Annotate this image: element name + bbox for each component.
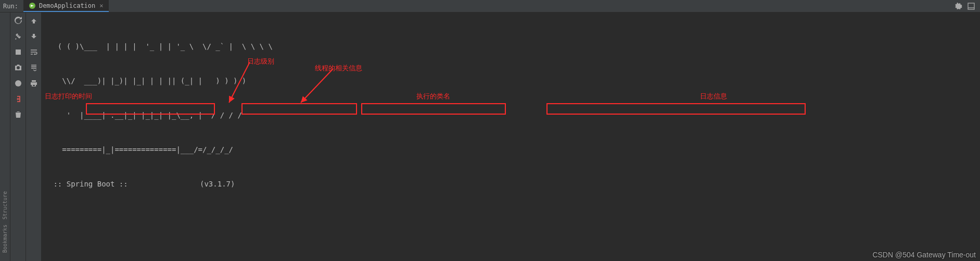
svg-rect-3 (16, 49, 21, 55)
banner-line: \\/ ___)| |_)| |_| | | || (_| | ) ) ) ) (49, 75, 973, 86)
console-output[interactable]: ( ( )\___ | | | | '_ | | '_ \ \/ _` | \ … (42, 13, 980, 261)
close-icon[interactable]: × (99, 2, 103, 9)
banner-line: =========|_|==============|___/=/_/_/_/ (49, 144, 973, 155)
spring-boot-line: :: Spring Boot :: (v3.1.7) (49, 178, 973, 190)
side-structure[interactable]: Structure (2, 191, 8, 219)
run-gutter-right (26, 13, 42, 261)
softwrap-icon[interactable] (29, 47, 39, 57)
banner-line: ( ( )\___ | | | | '_ | | '_ \ \/ _` | \ … (49, 41, 973, 52)
camera-icon[interactable] (13, 63, 23, 73)
gear-icon[interactable] (954, 2, 962, 10)
scroll-down-icon[interactable] (29, 31, 39, 42)
exit-icon[interactable] (13, 94, 23, 104)
svg-point-4 (15, 80, 21, 86)
actuator-icon[interactable] (13, 78, 23, 89)
build-icon[interactable] (13, 31, 23, 42)
hide-icon[interactable] (968, 3, 975, 10)
run-gutter-left (10, 13, 26, 261)
trash-icon[interactable] (13, 109, 23, 120)
svg-rect-1 (968, 3, 974, 9)
watermark: CSDN @504 Gateway Time-out (872, 251, 976, 259)
run-tab-label: DemoApplication (39, 2, 95, 9)
run-tabbar: Run: DemoApplication × (0, 0, 980, 13)
scroll-to-end-icon[interactable] (29, 63, 39, 73)
side-bookmarks[interactable]: Bookmarks (2, 225, 8, 253)
run-tab-demoapplication[interactable]: DemoApplication × (23, 0, 109, 12)
print-icon[interactable] (29, 78, 39, 89)
ide-left-strip: Structure Bookmarks (0, 13, 10, 261)
stop-icon[interactable] (13, 47, 23, 57)
rerun-icon[interactable] (13, 16, 23, 26)
run-label: Run: (3, 3, 18, 10)
banner-line: ' |____| .__|_| |_|_| |_\__, | / / / / (49, 109, 973, 121)
scroll-up-icon[interactable] (29, 16, 39, 26)
spring-run-icon (29, 2, 36, 9)
